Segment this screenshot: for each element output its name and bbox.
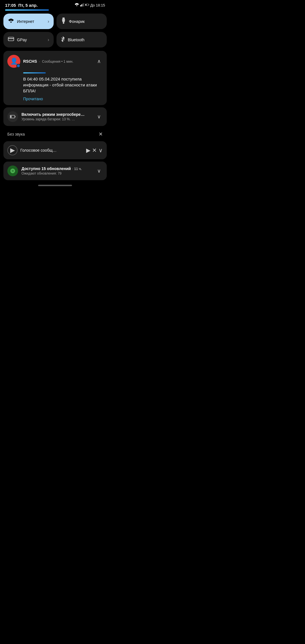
silent-section-text: Без звука xyxy=(7,132,25,136)
tile-gpay-arrow: › xyxy=(48,37,49,42)
battery-notif-icon xyxy=(7,111,18,122)
battery-text: До 18:15 xyxy=(90,3,105,7)
quick-settings-grid: Интернет › Фонарик GPay › xyxy=(0,14,110,51)
notif-rschs-body: В 04:40 05.04.2024 поступила информация … xyxy=(7,70,103,94)
svg-rect-3 xyxy=(84,3,84,6)
svg-rect-6 xyxy=(89,5,89,5)
tile-flashlight-label: Фонарик xyxy=(69,19,102,24)
status-bar: 17:05 Пт, 5 апр. До 18:15 xyxy=(0,0,110,9)
updates-icon xyxy=(7,166,18,176)
avatar: 👤 xyxy=(7,55,20,68)
notif-battery-text: Включить режим энергосбере… Уровень заря… xyxy=(21,112,91,121)
bluetooth-tile-icon xyxy=(61,36,65,43)
tile-gpay[interactable]: GPay › xyxy=(3,32,54,47)
voice-expand-button[interactable]: ∨ xyxy=(99,147,103,154)
tile-internet-arrow: › xyxy=(48,19,49,24)
notif-updates-expand-button[interactable]: ∨ xyxy=(95,167,103,175)
notif-rschs-action-button[interactable]: Прочитано xyxy=(7,97,103,101)
svg-rect-2 xyxy=(82,3,83,6)
svg-marker-8 xyxy=(62,19,65,22)
notif-rschs-header: 👤 RSCHS · Сообщения • 1 мин. ∧ xyxy=(7,55,103,68)
notif-badge xyxy=(16,64,20,68)
notif-updates-sub: Ожидают обновления: 79 xyxy=(21,171,91,175)
notif-app-name: RSCHS xyxy=(23,59,37,64)
voice-forward-button[interactable]: ▶ xyxy=(86,147,90,154)
flashlight-tile-icon xyxy=(61,18,66,25)
notif-voice-content: ▶ Голосовое сообщ… ▶ ✕ ∨ xyxy=(7,145,103,155)
notif-rschs-collapse-button[interactable]: ∧ xyxy=(95,57,103,65)
notif-squiggle-decoration xyxy=(23,72,46,73)
silent-section-label: Без звука ✕ xyxy=(3,128,107,139)
notification-updates: Доступно 15 обновлений · 11 ч. Ожидают о… xyxy=(3,162,107,180)
voice-play-button[interactable]: ▶ xyxy=(7,145,18,155)
voice-controls: ▶ ✕ ∨ xyxy=(86,147,103,154)
notif-rschs-meta: RSCHS · Сообщения • 1 мин. xyxy=(23,59,92,64)
card-tile-icon xyxy=(8,36,14,43)
squiggle-decoration xyxy=(5,9,49,11)
notif-rschs-sub: · Сообщения • 1 мин. xyxy=(38,60,73,64)
svg-rect-15 xyxy=(15,116,16,117)
person-icon: 👤 xyxy=(10,58,18,65)
status-time: 17:05 Пт, 5 апр. xyxy=(5,3,38,8)
notifications-list: 👤 RSCHS · Сообщения • 1 мин. ∧ В 04:40 0… xyxy=(0,51,110,180)
notif-battery-header: Включить режим энергосбере… Уровень заря… xyxy=(7,111,103,122)
svg-rect-9 xyxy=(63,22,64,24)
voice-dismiss-button[interactable]: ✕ xyxy=(92,147,97,154)
notif-battery-sub: Уровень заряда батареи: 13 %. … xyxy=(21,117,91,121)
status-icons: До 18:15 xyxy=(75,3,105,7)
tile-bluetooth-label: Bluetooth xyxy=(68,38,102,42)
signal-icon xyxy=(80,3,84,7)
notif-updates-content: Доступно 15 обновлений · 11 ч. Ожидают о… xyxy=(7,166,103,176)
home-bar xyxy=(38,185,72,186)
tile-gpay-label: GPay xyxy=(17,38,45,42)
svg-rect-0 xyxy=(80,5,81,6)
tile-internet[interactable]: Интернет › xyxy=(3,14,54,29)
svg-rect-14 xyxy=(10,116,11,118)
wifi-status-icon xyxy=(75,3,79,7)
home-indicator xyxy=(0,180,110,188)
notif-battery-expand-button[interactable]: ∨ xyxy=(95,113,103,121)
notification-rschs: 👤 RSCHS · Сообщения • 1 мин. ∧ В 04:40 0… xyxy=(3,51,107,105)
notif-updates-title: Доступно 15 обновлений · 11 ч. xyxy=(21,166,91,171)
voice-title: Голосовое сообщ… xyxy=(20,148,83,153)
notif-battery-title: Включить режим энергосбере… xyxy=(21,112,91,117)
svg-rect-11 xyxy=(8,38,14,39)
wifi-tile-icon xyxy=(8,18,14,25)
tile-bluetooth[interactable]: Bluetooth xyxy=(56,32,107,47)
svg-rect-5 xyxy=(85,4,86,6)
notification-battery: Включить режим энергосбере… Уровень заря… xyxy=(3,107,107,126)
tile-internet-label: Интернет xyxy=(17,19,45,24)
svg-rect-1 xyxy=(81,4,82,6)
notification-voice: ▶ Голосовое сообщ… ▶ ✕ ∨ xyxy=(3,141,107,159)
tile-flashlight[interactable]: Фонарик xyxy=(56,14,107,29)
svg-rect-7 xyxy=(62,18,65,19)
notif-updates-text: Доступно 15 обновлений · 11 ч. Ожидают о… xyxy=(21,166,91,175)
silent-section-dismiss-button[interactable]: ✕ xyxy=(99,131,103,137)
battery-icon xyxy=(85,3,89,7)
